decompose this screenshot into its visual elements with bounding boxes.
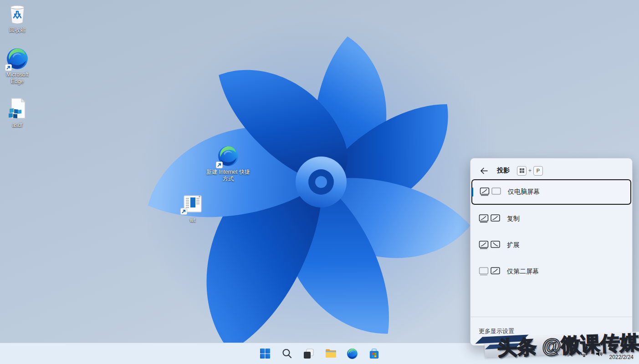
desktop: 回收站 Microsoft Edge — [0, 0, 639, 364]
desktop-icon-label: asdf — [12, 122, 23, 129]
search-icon — [281, 348, 292, 359]
option-second-screen-only[interactable]: 仅第二屏幕 — [471, 258, 631, 285]
desktop-icon-wt[interactable]: wt — [177, 193, 209, 224]
edge-button[interactable] — [344, 344, 361, 363]
desktop-icon-asdf[interactable]: asdf — [1, 98, 33, 129]
desktop-icon-edge[interactable]: Microsoft Edge — [1, 47, 34, 85]
extend-icon — [479, 240, 501, 250]
clock[interactable]: 2022/2/24 — [608, 344, 635, 363]
shortcut-arrow-icon — [180, 208, 187, 215]
option-label: 扩展 — [507, 241, 520, 249]
shortcut-arrow-icon — [5, 64, 12, 71]
option-label: 仅电脑屏幕 — [508, 188, 540, 196]
second-screen-only-icon — [479, 267, 501, 277]
recycle-bin-icon — [7, 3, 28, 25]
start-button[interactable] — [256, 344, 274, 363]
project-options-list: 仅电脑屏幕 复制 — [471, 179, 631, 285]
file-explorer-button[interactable] — [322, 344, 339, 363]
task-view-icon — [303, 348, 314, 359]
registry-file-icon — [7, 97, 28, 121]
desktop-icon-label: wt — [190, 217, 195, 224]
desktop-icon-label: Microsoft Edge — [2, 71, 32, 85]
chevron-up-icon — [553, 352, 559, 355]
more-display-settings-link[interactable]: 更多显示设置 — [470, 317, 632, 345]
microsoft-store-button[interactable] — [366, 344, 383, 363]
option-label: 复制 — [507, 215, 520, 223]
shortcut-plus: + — [528, 167, 532, 174]
desktop-icon-internet-shortcut[interactable]: 新建 Internet 快捷方式 — [206, 145, 250, 182]
desktop-icon-label: 新建 Internet 快捷方式 — [206, 169, 250, 182]
volume-button[interactable] — [594, 346, 604, 361]
duplicate-icon — [479, 214, 501, 224]
project-panel-header: 投影 + P — [477, 162, 626, 179]
show-hidden-icons-button[interactable] — [551, 346, 561, 361]
ime-language-label: 英 — [567, 349, 573, 358]
taskbar: 英 2022/2/24 — [0, 343, 639, 364]
panel-title: 投影 — [497, 167, 510, 175]
ethernet-network-icon — [581, 350, 588, 357]
project-flyout-panel: 投影 + P 仅电脑屏幕 — [470, 158, 633, 346]
windows-key-icon — [517, 166, 527, 176]
desktop-icon-label: 回收站 — [9, 27, 26, 34]
option-pc-screen-only[interactable]: 仅电脑屏幕 — [471, 179, 631, 205]
file-explorer-icon — [325, 348, 337, 359]
volume-icon — [595, 350, 603, 357]
keyboard-shortcut-badge: + P — [517, 166, 543, 176]
option-duplicate[interactable]: 复制 — [471, 206, 631, 232]
system-tray: 英 2022/2/24 — [551, 343, 637, 364]
selection-accent-bar — [472, 187, 473, 197]
shortcut-arrow-icon — [216, 162, 223, 168]
task-view-button[interactable] — [300, 344, 317, 363]
p-key: P — [533, 166, 543, 176]
network-button[interactable] — [579, 346, 590, 361]
option-label: 仅第二屏幕 — [507, 268, 539, 276]
desktop-icon-recycle-bin[interactable]: 回收站 — [1, 3, 33, 34]
back-arrow-icon — [480, 167, 488, 174]
microsoft-store-icon — [368, 348, 380, 359]
pc-screen-only-icon — [480, 187, 501, 197]
edge-icon — [347, 348, 358, 359]
taskbar-center-group — [256, 344, 383, 363]
ime-indicator[interactable]: 英 — [565, 346, 575, 361]
search-button[interactable] — [278, 344, 296, 363]
tray-date: 2022/2/24 — [609, 354, 634, 360]
windows-start-icon — [260, 348, 271, 359]
back-button[interactable] — [477, 164, 491, 177]
option-extend[interactable]: 扩展 — [471, 232, 631, 258]
